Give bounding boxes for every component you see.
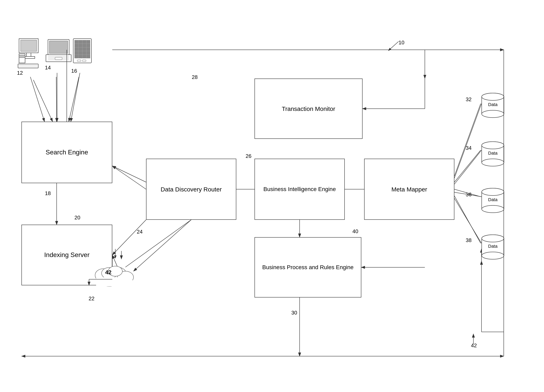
svg-line-108 <box>134 220 191 271</box>
svg-text:Data: Data <box>488 197 498 202</box>
svg-line-96 <box>112 166 146 182</box>
meta-mapper-box: Meta Mapper <box>364 159 454 220</box>
svg-rect-55 <box>82 60 86 61</box>
svg-point-74 <box>482 142 504 149</box>
svg-rect-39 <box>19 65 37 67</box>
svg-line-7 <box>69 77 79 122</box>
svg-point-68 <box>482 110 504 118</box>
database-1: Data <box>481 92 505 119</box>
database-4: Data <box>481 234 505 261</box>
svg-line-105 <box>454 196 481 243</box>
database-2: Data <box>481 141 505 168</box>
svg-line-94 <box>71 73 80 122</box>
transaction-monitor-label: Transaction Monitor <box>282 105 335 113</box>
svg-point-83 <box>482 252 504 259</box>
svg-rect-44 <box>55 57 62 60</box>
svg-line-29 <box>388 42 399 51</box>
search-engine-box: Search Engine <box>21 122 112 183</box>
svg-rect-62 <box>96 277 132 286</box>
ref-10-label: 10 <box>399 39 404 46</box>
ref-26-label: 30 <box>291 310 297 316</box>
svg-line-21 <box>454 198 481 243</box>
ref-40-label: 36 <box>466 191 472 198</box>
business-intelligence-engine-box: Business Intelligence Engine <box>254 159 345 220</box>
svg-text:Data: Data <box>488 151 498 156</box>
ref-16-label: 16 <box>71 68 95 74</box>
svg-rect-37 <box>20 57 24 58</box>
svg-point-84 <box>482 235 504 242</box>
search-engine-label: Search Engine <box>46 148 88 157</box>
business-process-rules-label: Business Process and Rules Engine <box>262 264 353 271</box>
www-cloud: 42 <box>93 257 138 290</box>
business-intelligence-engine-label: Business Intelligence Engine <box>263 186 336 193</box>
database-3: Data <box>481 187 505 214</box>
ref-42-label: 38 <box>466 237 472 244</box>
svg-line-102 <box>454 104 481 176</box>
ref-18-label: 18 <box>45 190 51 196</box>
svg-text:Data: Data <box>488 102 498 107</box>
data-discovery-router-label: Data Discovery Router <box>161 185 222 193</box>
device-12: 12 <box>17 38 43 77</box>
svg-rect-54 <box>77 60 81 61</box>
ref-30-label: 28 <box>192 74 198 80</box>
svg-line-5 <box>33 80 53 122</box>
indexing-server-label: Indexing Server <box>44 251 89 259</box>
svg-line-6 <box>56 77 57 122</box>
svg-line-92 <box>30 77 45 122</box>
svg-point-78 <box>482 205 504 213</box>
ref-28-label: 26 <box>246 153 251 159</box>
svg-rect-41 <box>49 41 68 53</box>
device-16: 16 <box>71 38 95 75</box>
ref-22-label: 22 <box>89 296 95 302</box>
svg-rect-36 <box>20 55 24 56</box>
ref-20-label: 20 <box>74 214 80 221</box>
ref-36-label: 32 <box>466 96 472 103</box>
svg-text:Data: Data <box>488 244 498 249</box>
svg-line-12 <box>112 166 146 189</box>
ref-12-label: 12 <box>17 70 43 76</box>
data-discovery-router-box: Data Discovery Router <box>146 159 236 220</box>
transaction-monitor-box: Transaction Monitor <box>254 78 362 139</box>
svg-rect-32 <box>21 40 37 51</box>
svg-point-79 <box>482 188 504 196</box>
www-label: 42 <box>105 269 112 276</box>
diagram-container: 10 12 <box>0 0 544 392</box>
svg-point-73 <box>482 159 504 166</box>
ref-34-label: 42 <box>471 342 477 349</box>
meta-mapper-label: Meta Mapper <box>391 185 427 193</box>
svg-line-19 <box>454 150 481 184</box>
svg-point-69 <box>482 93 504 100</box>
device-14: 14 <box>45 38 73 72</box>
ref-14-label: 14 <box>45 65 73 71</box>
ref-38-label: 34 <box>466 145 472 151</box>
ref-32-label: 40 <box>352 228 358 235</box>
business-process-rules-box: Business Process and Rules Engine <box>254 237 361 297</box>
svg-line-103 <box>454 150 481 182</box>
ref-24-label: 24 <box>137 229 143 235</box>
svg-line-18 <box>454 104 481 178</box>
